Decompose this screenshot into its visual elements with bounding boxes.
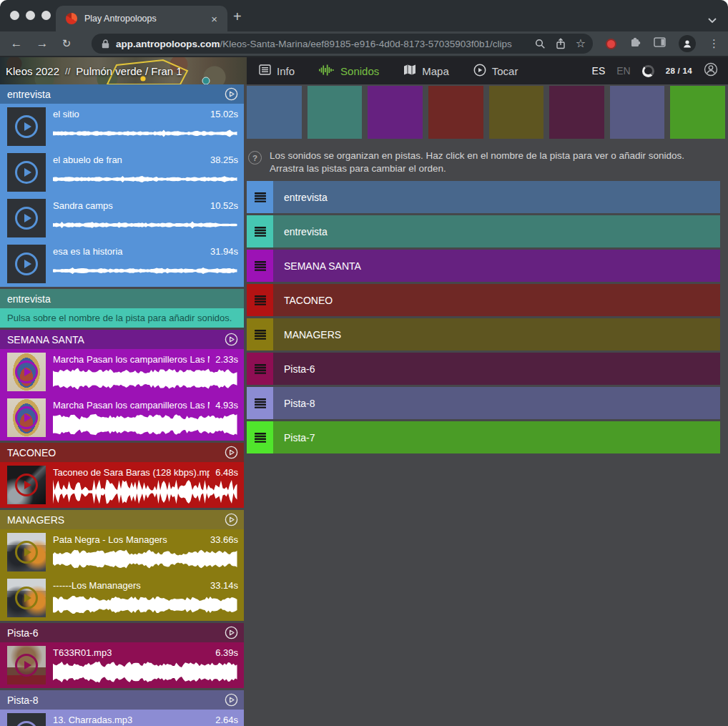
- drag-handle-icon[interactable]: [247, 421, 273, 453]
- play-track-icon[interactable]: [225, 87, 238, 101]
- clip-thumbnail[interactable]: [7, 466, 46, 504]
- track-pad[interactable]: [670, 86, 725, 139]
- browser-tab[interactable]: Play Antropoloops ×: [56, 6, 227, 31]
- close-window-button[interactable]: [10, 11, 19, 20]
- clip-thumbnail[interactable]: [7, 107, 46, 146]
- browser-menu-icon[interactable]: ⋮: [709, 37, 719, 50]
- clip-row[interactable]: Pata Negra - Los Managers33.66s: [0, 529, 244, 575]
- play-clip-icon[interactable]: [15, 541, 38, 564]
- nav-item-mapa[interactable]: Mapa: [391, 57, 461, 84]
- play-clip-icon[interactable]: [15, 360, 38, 383]
- play-clip-icon[interactable]: [15, 474, 38, 496]
- clip-thumbnail[interactable]: [7, 579, 46, 617]
- clip-row[interactable]: Taconeo de Sara Baras (128 kbps).mp36.48…: [0, 462, 244, 508]
- play-clip-icon[interactable]: [15, 406, 38, 429]
- clip-thumbnail[interactable]: [7, 646, 46, 685]
- side-panel-icon[interactable]: [654, 37, 666, 50]
- maximize-window-button[interactable]: [41, 11, 51, 20]
- back-button[interactable]: ←: [7, 36, 26, 51]
- zoom-page-icon[interactable]: [535, 39, 546, 49]
- clip-row[interactable]: T633R01.mp36.39s: [0, 642, 244, 688]
- drag-handle-icon[interactable]: [247, 215, 273, 247]
- track-name-button[interactable]: SEMANA SANTA: [273, 250, 720, 282]
- track-row[interactable]: SEMANA SANTA: [247, 250, 720, 282]
- clip-row[interactable]: Sandra camps10.52s: [0, 195, 244, 241]
- play-clip-icon[interactable]: [15, 207, 38, 230]
- extensions-puzzle-icon[interactable]: [629, 36, 641, 51]
- play-clip-icon[interactable]: [15, 161, 38, 184]
- clip-row[interactable]: Marcha Pasan los campanilleros Las Mejor…: [0, 349, 244, 395]
- play-clip-icon[interactable]: [15, 252, 38, 275]
- track-row[interactable]: entrevista: [247, 181, 720, 213]
- lang-es-button[interactable]: ES: [592, 65, 606, 77]
- play-clip-icon[interactable]: [15, 115, 38, 138]
- drag-handle-icon[interactable]: [247, 181, 273, 213]
- drag-handle-icon[interactable]: [247, 284, 273, 316]
- track-pad[interactable]: [610, 86, 665, 139]
- track-name-button[interactable]: Pista-7: [273, 421, 720, 453]
- track-name-button[interactable]: MANAGERS: [273, 318, 720, 350]
- track-name-button[interactable]: Pista-6: [273, 353, 720, 385]
- track-name-button[interactable]: entrevista: [273, 215, 720, 247]
- window-controls[interactable]: [10, 11, 51, 20]
- track-pad[interactable]: [428, 86, 483, 139]
- track-section-header[interactable]: MANAGERS: [0, 510, 244, 529]
- play-track-icon[interactable]: [225, 626, 238, 639]
- project-name[interactable]: Kleos 2022: [6, 65, 59, 77]
- play-clip-icon[interactable]: [15, 721, 38, 726]
- clip-thumbnail[interactable]: [7, 398, 46, 437]
- track-row[interactable]: entrevista: [247, 215, 720, 247]
- minimize-window-button[interactable]: [26, 11, 35, 20]
- clip-thumbnail[interactable]: [7, 199, 46, 237]
- play-clip-icon[interactable]: [15, 587, 38, 609]
- track-section-header[interactable]: entrevista: [0, 84, 244, 104]
- play-clip-icon[interactable]: [15, 654, 38, 677]
- clip-thumbnail[interactable]: [7, 245, 46, 283]
- track-section-header[interactable]: Pista-6: [0, 623, 244, 642]
- track-row[interactable]: Pista-6: [247, 353, 720, 385]
- drag-handle-icon[interactable]: [247, 250, 273, 282]
- account-icon[interactable]: [704, 62, 718, 79]
- address-bar[interactable]: app.antropoloops.com/Kleos-Santa-Marina/…: [92, 34, 593, 54]
- clip-row[interactable]: el sitio15.02s: [0, 104, 244, 149]
- browser-profile-avatar[interactable]: [679, 35, 696, 52]
- track-pad[interactable]: [247, 86, 302, 139]
- record-icon[interactable]: [606, 39, 616, 49]
- nav-item-info[interactable]: Info: [247, 57, 307, 84]
- clip-row[interactable]: esa es la historia31.94s: [0, 241, 244, 287]
- share-icon[interactable]: [556, 38, 566, 49]
- clip-row[interactable]: ------Los Mananagers33.14s: [0, 575, 244, 621]
- track-pad[interactable]: [489, 86, 544, 139]
- track-section-header[interactable]: TACONEO: [0, 443, 244, 462]
- clip-thumbnail[interactable]: [7, 713, 46, 726]
- clip-thumbnail[interactable]: [7, 153, 46, 192]
- nav-item-tocar[interactable]: Tocar: [461, 57, 531, 84]
- tab-search-chevron-icon[interactable]: [708, 13, 717, 26]
- play-track-icon[interactable]: [225, 693, 238, 707]
- track-name-button[interactable]: Pista-8: [273, 387, 720, 419]
- forward-button[interactable]: →: [33, 36, 51, 51]
- drag-handle-icon[interactable]: [247, 387, 273, 419]
- clip-thumbnail[interactable]: [7, 353, 46, 391]
- track-name-button[interactable]: entrevista: [273, 181, 720, 213]
- clip-row[interactable]: el abuelo de fran38.25s: [0, 149, 244, 195]
- track-row[interactable]: Pista-8: [247, 387, 720, 419]
- drag-handle-icon[interactable]: [247, 318, 273, 350]
- clip-row[interactable]: 13. Charradas.mp32.64s: [0, 710, 244, 726]
- track-pad[interactable]: [308, 86, 363, 139]
- play-track-icon[interactable]: [225, 513, 238, 526]
- clip-thumbnail[interactable]: [7, 533, 46, 572]
- track-row[interactable]: Pista-7: [247, 421, 720, 453]
- track-section-header[interactable]: SEMANA SANTA: [0, 330, 244, 349]
- play-track-icon[interactable]: [225, 446, 238, 459]
- close-tab-icon[interactable]: ×: [208, 13, 220, 25]
- play-track-icon[interactable]: [225, 333, 238, 346]
- clip-row[interactable]: Marcha Pasan los campanilleros Las Mejor…: [0, 395, 244, 441]
- track-name-button[interactable]: TACONEO: [273, 284, 720, 316]
- track-pad[interactable]: [549, 86, 604, 139]
- drag-handle-icon[interactable]: [247, 353, 273, 385]
- nav-item-sonidos[interactable]: Sonidos: [307, 57, 391, 84]
- track-row[interactable]: MANAGERS: [247, 318, 720, 350]
- new-tab-button[interactable]: +: [233, 9, 242, 25]
- track-row[interactable]: TACONEO: [247, 284, 720, 316]
